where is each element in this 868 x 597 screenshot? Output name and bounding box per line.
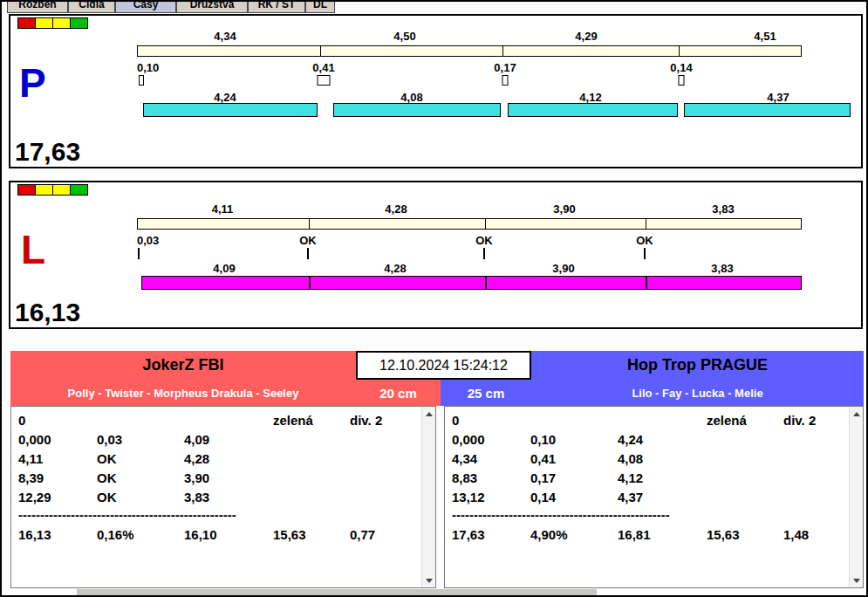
bar-divider bbox=[646, 218, 646, 230]
team-right-header: Hop Trop PRAGUE Lilo - Fay - Lucka - Mel… bbox=[531, 351, 864, 406]
dog-run-bar bbox=[141, 276, 802, 290]
scroll-up-button[interactable] bbox=[422, 407, 435, 421]
table-cell: 0 bbox=[452, 413, 459, 429]
scroll-down-icon bbox=[853, 579, 860, 583]
result-panel-left: 0 zelená div. 2 0,000 0,03 4,09 4,11 OK … bbox=[10, 406, 436, 588]
crossing-time: OK bbox=[636, 234, 653, 247]
bar-divider bbox=[646, 276, 647, 290]
table-cell: 0 bbox=[18, 413, 25, 429]
crossing-marker bbox=[502, 75, 509, 86]
table-cell: 8,83 bbox=[452, 470, 477, 486]
table-total-cell: 17,63 bbox=[452, 527, 485, 543]
team-right-name: Hop Trop PRAGUE bbox=[531, 351, 864, 380]
table-cell: 4,24 bbox=[618, 432, 643, 448]
table-cell: 4,09 bbox=[184, 432, 209, 448]
crossing-marker bbox=[318, 75, 331, 86]
split-time-top: 3,90 bbox=[553, 202, 575, 216]
split-time-bottom: 4,12 bbox=[579, 91, 601, 104]
table-cell: 3,90 bbox=[184, 470, 209, 486]
table-cell: div. 2 bbox=[350, 413, 382, 429]
table-cell: zelená bbox=[707, 413, 747, 429]
crossing-time: OK bbox=[299, 234, 317, 247]
table-cell: 4,34 bbox=[452, 451, 477, 467]
timing-app-window: Rozběh Čidla Časy Družstva RK / ST DL P … bbox=[0, 0, 868, 597]
bar-divider bbox=[485, 276, 487, 290]
table-total-cell: 16,10 bbox=[184, 527, 217, 543]
table-total-cell: 0,77 bbox=[350, 527, 375, 543]
split-time-bottom: 3,83 bbox=[711, 262, 733, 275]
table-cell: OK bbox=[97, 490, 117, 505]
result-table-left: 0 zelená div. 2 0,000 0,03 4,09 4,11 OK … bbox=[11, 407, 420, 587]
table-cell: 0,000 bbox=[452, 432, 485, 448]
dog-run-bar bbox=[684, 103, 851, 117]
bar-divider bbox=[679, 45, 680, 57]
dog-run-bar bbox=[143, 103, 318, 117]
table-cell: 4,12 bbox=[618, 470, 643, 486]
dog-run-bar bbox=[508, 103, 678, 117]
scroll-down-icon bbox=[426, 579, 433, 583]
tab-druzstva[interactable]: Družstva bbox=[176, 2, 248, 13]
split-time-bottom: 4,09 bbox=[213, 262, 235, 275]
team-left-dogs: Polly - Twister - Morpheus Drakula - See… bbox=[10, 380, 356, 406]
jump-height-left: 20 cm bbox=[356, 380, 441, 406]
traffic-light-yellow-2 bbox=[52, 17, 71, 29]
traffic-light-yellow-1 bbox=[35, 184, 53, 196]
lane-panel-right: P 4,34 4,50 4,29 4,51 0,10 0,41 0,17 0,1… bbox=[9, 14, 863, 168]
table-cell: 13,12 bbox=[452, 490, 485, 505]
table-cell: 0,14 bbox=[530, 490, 556, 505]
table-total-cell: 1,48 bbox=[783, 527, 809, 543]
table-separator: ----------------------------------------… bbox=[452, 507, 702, 523]
table-cell: 4,11 bbox=[18, 451, 43, 467]
table-cell: 0,03 bbox=[97, 432, 122, 448]
traffic-light-green bbox=[70, 184, 88, 196]
scroll-up-button[interactable] bbox=[850, 407, 863, 421]
team-left-header: JokerZ FBI Polly - Twister - Morpheus Dr… bbox=[10, 351, 356, 406]
table-cell: 0,41 bbox=[530, 451, 556, 467]
dog-run-bar bbox=[333, 103, 501, 117]
scroll-down-button[interactable] bbox=[850, 573, 863, 587]
split-time-top: 4,11 bbox=[212, 202, 234, 216]
traffic-light-red bbox=[17, 184, 36, 196]
tab-dl[interactable]: DL bbox=[305, 2, 335, 13]
team-left-name: JokerZ FBI bbox=[10, 351, 356, 380]
crossing-tick bbox=[483, 248, 485, 259]
traffic-light-yellow-1 bbox=[35, 17, 53, 29]
lane-letter: L bbox=[21, 230, 45, 270]
crossing-time: 0,10 bbox=[137, 61, 159, 74]
tab-rozbeh[interactable]: Rozběh bbox=[7, 2, 68, 13]
results-section: JokerZ FBI Polly - Twister - Morpheus Dr… bbox=[10, 351, 864, 588]
table-cell: 4,37 bbox=[618, 490, 643, 505]
table-total-cell: 0,16% bbox=[97, 527, 134, 543]
lane-total-time: 16,13 bbox=[15, 299, 80, 326]
bar-divider bbox=[502, 45, 503, 57]
vertical-scrollbar[interactable] bbox=[849, 407, 863, 587]
table-cell: 12,29 bbox=[18, 490, 51, 505]
crossing-time: OK bbox=[475, 234, 493, 247]
lane-panel-left: L 4,11 4,28 3,90 3,83 0,03 OK OK OK 4,09… bbox=[9, 181, 863, 329]
table-cell: OK bbox=[97, 470, 117, 486]
tab-casy[interactable]: Časy bbox=[115, 2, 176, 13]
traffic-light bbox=[17, 17, 88, 29]
crossing-tick bbox=[307, 248, 309, 259]
split-time-bottom: 3,90 bbox=[552, 262, 574, 275]
table-cell: zelená bbox=[273, 413, 313, 429]
tab-rk-st[interactable]: RK / ST bbox=[248, 2, 305, 13]
table-cell: 8,39 bbox=[18, 470, 44, 486]
scroll-down-button[interactable] bbox=[422, 573, 435, 587]
table-cell: 3,83 bbox=[184, 490, 209, 505]
split-time-top: 4,50 bbox=[393, 30, 415, 43]
scroll-up-icon bbox=[426, 412, 433, 416]
split-time-top: 4,34 bbox=[214, 30, 236, 43]
result-table-right: 0 zelená div. 2 0,000 0,10 4,24 4,34 0,4… bbox=[445, 407, 848, 587]
result-panel-right: 0 zelená div. 2 0,000 0,10 4,24 4,34 0,4… bbox=[444, 406, 864, 588]
split-time-top: 4,28 bbox=[385, 202, 407, 216]
table-cell: 4,08 bbox=[618, 451, 643, 467]
crossing-time: 0,14 bbox=[670, 61, 692, 74]
tab-bar: Rozběh Čidla Časy Družstva RK / ST DL bbox=[7, 2, 335, 13]
lane-letter: P bbox=[19, 63, 46, 103]
split-time-top: 4,29 bbox=[575, 30, 597, 43]
vertical-scrollbar[interactable] bbox=[421, 407, 435, 587]
tab-cidla[interactable]: Čidla bbox=[68, 2, 115, 13]
team-right-dogs: Lilo - Fay - Lucka - Melie bbox=[531, 380, 864, 406]
table-total-cell: 15,63 bbox=[273, 527, 306, 543]
